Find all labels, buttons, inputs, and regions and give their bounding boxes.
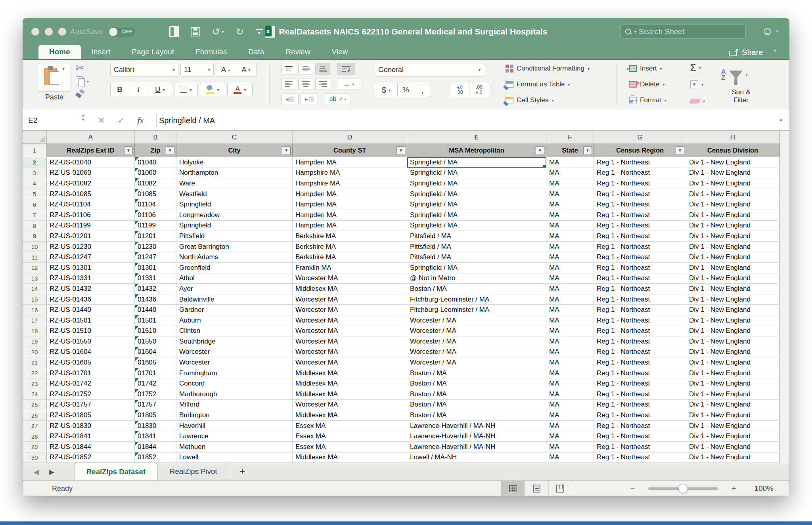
cell[interactable]: Springfield / MA [407, 168, 546, 178]
fill-color-button[interactable]: ▾ [200, 83, 225, 96]
row-header[interactable]: 5 [23, 189, 47, 199]
tab-formulas[interactable]: Formulas [185, 45, 237, 59]
cell[interactable]: Marlborough [176, 389, 293, 399]
cell[interactable]: Greenfield [176, 263, 293, 273]
column-header-D[interactable]: D [293, 131, 407, 143]
cell[interactable]: MA [546, 189, 594, 199]
conditional-formatting-button[interactable]: Conditional Formatting▾ [506, 62, 590, 75]
cell[interactable]: Worcester MA [293, 336, 407, 347]
cell[interactable]: RZ-US-01201 [47, 231, 135, 241]
page-break-view-button[interactable] [548, 481, 572, 496]
cell[interactable]: MA [546, 431, 594, 441]
row-header[interactable]: 24 [23, 389, 47, 399]
tab-insert[interactable]: Insert [81, 45, 121, 59]
cell[interactable]: Boston / MA [407, 400, 546, 410]
cell[interactable]: MA [546, 273, 594, 284]
collapse-ribbon-button[interactable]: ⌃ [772, 49, 778, 56]
page-layout-view-button[interactable] [525, 481, 548, 496]
cell[interactable]: Worcester MA [293, 273, 407, 284]
merge-center-button[interactable]: ↔▾ [337, 78, 360, 90]
font-color-button[interactable]: A▾ [227, 83, 253, 96]
cell[interactable]: 01104 [135, 199, 176, 210]
cell[interactable]: Div 1 - New England [686, 389, 779, 399]
cell[interactable]: Springfield / MA [407, 178, 546, 189]
cell[interactable]: Reg 1 - Northeast [594, 315, 686, 326]
sort-filter-button[interactable]: AZ ▾ [721, 65, 748, 84]
cell[interactable]: Holyoke [176, 157, 293, 168]
cell[interactable]: Athol [176, 273, 293, 284]
decrease-decimal-button[interactable]: .00▸.0 [469, 83, 489, 97]
cell[interactable]: RZ-US-01757 [47, 400, 135, 410]
row-header[interactable]: 18 [23, 326, 47, 336]
decrease-font-size-button[interactable]: A▼ [236, 63, 257, 76]
new-workbook-button[interactable] [169, 26, 179, 37]
cell[interactable]: Franklin MA [293, 263, 407, 273]
cell[interactable]: Reg 1 - Northeast [594, 178, 686, 189]
cell[interactable]: Reg 1 - Northeast [594, 389, 686, 399]
tab-home[interactable]: Home [38, 45, 81, 59]
cell[interactable]: RZ-US-01844 [47, 442, 135, 452]
previous-sheet-button[interactable]: ◀ [34, 468, 39, 476]
cell[interactable]: MA [546, 252, 594, 262]
cell[interactable]: Div 1 - New England [686, 315, 779, 326]
cell[interactable]: RZ-US-01604 [47, 347, 135, 357]
cell[interactable]: MA [546, 294, 594, 305]
cell[interactable]: 01230 [135, 242, 176, 252]
row-header[interactable]: 26 [23, 410, 47, 420]
row-header[interactable]: 29 [23, 442, 47, 452]
insert-function-button[interactable]: fx [137, 115, 144, 126]
minimize-window-button[interactable] [45, 28, 53, 36]
cell[interactable]: Lowell / MA-NH [407, 452, 546, 463]
cell[interactable]: Reg 1 - Northeast [594, 431, 686, 441]
cell[interactable]: Worcester / MA [407, 336, 546, 347]
cell[interactable]: Hampden MA [293, 189, 407, 199]
zoom-slider[interactable] [648, 487, 718, 490]
row-header[interactable]: 28 [23, 431, 47, 441]
cell[interactable]: Div 1 - New England [686, 336, 779, 347]
row-header[interactable]: 22 [23, 368, 47, 378]
cell[interactable]: Reg 1 - Northeast [594, 442, 686, 452]
cell[interactable]: 01550 [135, 336, 176, 347]
currency-format-button[interactable]: $▾ [375, 83, 398, 97]
cell[interactable]: MA [546, 410, 594, 420]
zoom-slider-thumb[interactable] [678, 484, 688, 493]
undo-dropdown[interactable]: ▾ [222, 29, 224, 34]
cell[interactable]: Lawrence-Haverhill / MA-NH [407, 421, 546, 431]
cell[interactable]: Hampden MA [293, 199, 407, 210]
row-header[interactable]: 11 [23, 252, 47, 262]
cell[interactable]: 01040 [135, 157, 176, 168]
cell[interactable]: Springfield / MA [407, 157, 546, 168]
wrap-text-button[interactable] [337, 63, 355, 75]
cell[interactable]: RZ-US-01701 [47, 368, 135, 378]
row-header[interactable]: 20 [23, 347, 47, 357]
comma-format-button[interactable]: , [414, 83, 431, 97]
cell[interactable]: Hampshire MA [293, 178, 407, 189]
cell[interactable]: Div 1 - New England [686, 210, 779, 220]
decrease-indent-button[interactable]: ◂ [281, 93, 299, 105]
cell[interactable]: 01852 [135, 452, 176, 463]
header-cell[interactable]: RealZips Ext ID▼ [47, 144, 135, 157]
name-box-stepper[interactable]: ▲▼ [81, 114, 85, 122]
cell[interactable]: 01085 [135, 189, 176, 199]
column-header-E[interactable]: E [407, 131, 546, 143]
cell[interactable]: Reg 1 - Northeast [594, 400, 686, 410]
row-header[interactable]: 6 [23, 199, 47, 210]
cell[interactable]: MA [546, 178, 594, 189]
expand-formula-bar-button[interactable]: ▾ [779, 117, 782, 123]
cell[interactable]: Worcester MA [293, 347, 407, 357]
increase-indent-button[interactable]: ▸ [301, 93, 318, 105]
paste-dropdown-icon[interactable]: ▾ [62, 67, 64, 71]
align-top-button[interactable] [281, 63, 296, 75]
cell[interactable]: Essex MA [293, 431, 407, 441]
header-cell[interactable]: City▼ [176, 144, 293, 157]
cell[interactable]: RZ-US-01742 [47, 378, 135, 389]
cell[interactable]: Middlesex MA [293, 284, 407, 294]
cell[interactable]: Reg 1 - Northeast [594, 347, 686, 357]
cell[interactable]: Reg 1 - Northeast [594, 252, 686, 262]
column-header-H[interactable]: H [686, 131, 779, 143]
cell[interactable]: 01510 [135, 326, 176, 336]
cell[interactable]: RZ-US-01550 [47, 336, 135, 347]
cell[interactable]: RZ-US-01230 [47, 242, 135, 252]
row-header[interactable]: 27 [23, 421, 47, 431]
format-painter-button[interactable] [76, 90, 85, 99]
